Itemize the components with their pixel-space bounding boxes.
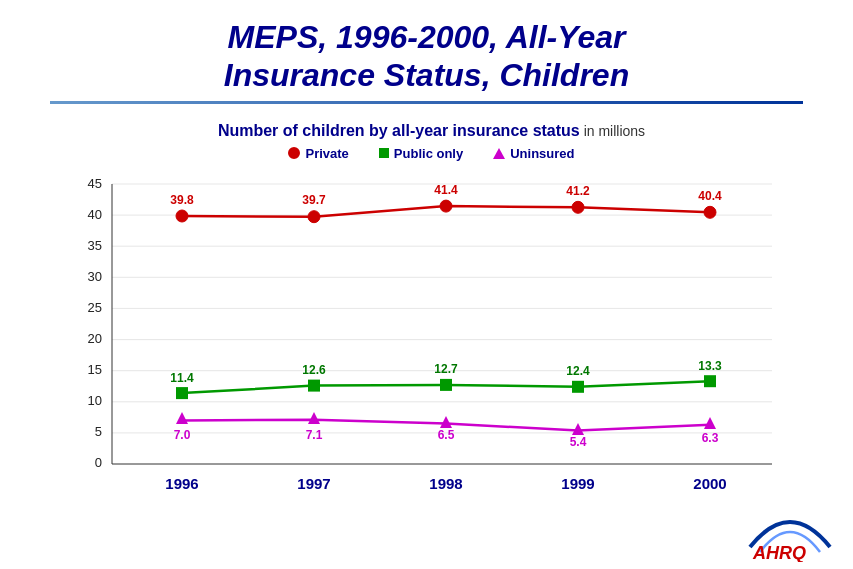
page-title: MEPS, 1996-2000, All-Year Insurance Stat… — [20, 18, 833, 95]
svg-text:40: 40 — [87, 207, 101, 222]
svg-text:45: 45 — [87, 176, 101, 191]
svg-text:12.6: 12.6 — [302, 363, 326, 377]
svg-text:1997: 1997 — [297, 475, 330, 492]
private-icon — [288, 147, 300, 159]
svg-text:39.7: 39.7 — [302, 193, 326, 207]
svg-text:15: 15 — [87, 362, 101, 377]
svg-text:10: 10 — [87, 393, 101, 408]
svg-rect-33 — [440, 379, 452, 391]
svg-text:5: 5 — [94, 424, 101, 439]
legend-private-label: Private — [305, 146, 348, 161]
chart-title: Number of children by all-year insurance… — [50, 122, 813, 140]
svg-point-21 — [176, 210, 188, 222]
svg-rect-34 — [572, 381, 584, 393]
public-icon — [379, 148, 389, 158]
svg-marker-42 — [308, 412, 320, 424]
svg-text:7.1: 7.1 — [305, 428, 322, 442]
svg-rect-32 — [308, 379, 320, 391]
svg-text:0: 0 — [94, 455, 101, 470]
svg-marker-45 — [704, 417, 716, 429]
svg-text:41.2: 41.2 — [566, 184, 590, 198]
svg-text:12.7: 12.7 — [434, 362, 458, 376]
svg-text:13.3: 13.3 — [698, 359, 722, 373]
svg-text:5.4: 5.4 — [569, 435, 586, 449]
svg-rect-35 — [704, 375, 716, 387]
svg-text:AHRQ: AHRQ — [752, 543, 806, 562]
svg-text:40.4: 40.4 — [698, 189, 722, 203]
svg-text:6.5: 6.5 — [437, 428, 454, 442]
svg-text:2000: 2000 — [693, 475, 726, 492]
header-divider — [50, 101, 803, 104]
svg-text:1996: 1996 — [165, 475, 198, 492]
svg-text:39.8: 39.8 — [170, 193, 194, 207]
legend-uninsured: Uninsured — [493, 146, 574, 161]
svg-text:7.0: 7.0 — [173, 428, 190, 442]
svg-marker-43 — [440, 416, 452, 428]
svg-marker-41 — [176, 412, 188, 424]
svg-point-25 — [704, 206, 716, 218]
svg-rect-31 — [176, 387, 188, 399]
svg-point-22 — [308, 210, 320, 222]
svg-text:1999: 1999 — [561, 475, 594, 492]
line-chart: .axis-label { font-size: 13px; fill: #22… — [52, 169, 812, 519]
page-header: MEPS, 1996-2000, All-Year Insurance Stat… — [0, 0, 853, 112]
ahrq-logo: AHRQ — [745, 507, 825, 557]
svg-text:41.4: 41.4 — [434, 183, 458, 197]
svg-text:6.3: 6.3 — [701, 431, 718, 445]
legend-uninsured-label: Uninsured — [510, 146, 574, 161]
svg-text:35: 35 — [87, 238, 101, 253]
svg-point-24 — [572, 201, 584, 213]
svg-text:25: 25 — [87, 300, 101, 315]
svg-text:11.4: 11.4 — [170, 371, 194, 385]
chart-area: Number of children by all-year insurance… — [0, 112, 853, 529]
chart-legend: Private Public only Uninsured — [50, 146, 813, 161]
legend-public: Public only — [379, 146, 463, 161]
svg-text:12.4: 12.4 — [566, 364, 590, 378]
svg-text:20: 20 — [87, 331, 101, 346]
svg-point-23 — [440, 200, 452, 212]
svg-text:1998: 1998 — [429, 475, 462, 492]
svg-text:30: 30 — [87, 269, 101, 284]
legend-private: Private — [288, 146, 348, 161]
legend-public-label: Public only — [394, 146, 463, 161]
uninsured-icon — [493, 148, 505, 159]
